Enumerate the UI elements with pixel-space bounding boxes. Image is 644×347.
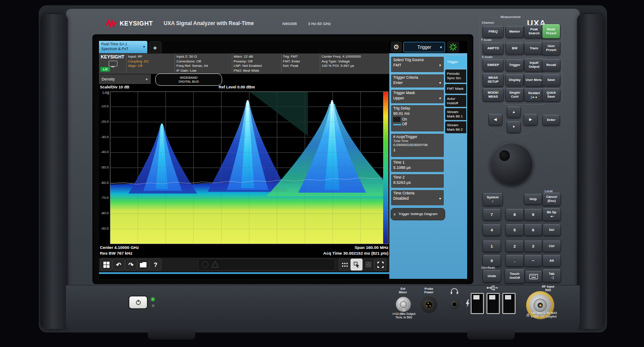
key-arrow-down[interactable]: ▼ [507,121,521,133]
key-trigger[interactable]: Trigger [505,59,524,71]
redo-icon[interactable]: ↷ [125,259,137,270]
key-sweep[interactable]: SWEEP [483,59,504,71]
trigger-criteria-control[interactable]: Trigger Criteria Enter ▼ [391,74,444,88]
key-help[interactable]: Help [524,194,542,205]
add-tab-button[interactable]: + [149,41,161,54]
key-system[interactable]: System ○ [483,193,503,206]
subtab-stream-mark-2[interactable]: Stream Mark Bit 2 [445,121,466,133]
key-input-output[interactable]: Input/ Output [524,58,544,72]
power-button[interactable] [128,296,148,309]
key-save[interactable]: Save [542,74,560,86]
toggle-off-row[interactable]: Off [393,122,442,127]
usb-port-1[interactable] [471,293,484,314]
key-arrow-up[interactable]: ▲ [507,106,521,118]
subtab-trigger[interactable]: Trigger [445,56,466,68]
key-2[interactable]: 2 [505,241,524,252]
key-5[interactable]: 5 [505,224,524,236]
usb-port-2[interactable] [487,293,500,314]
monitor-icon[interactable] [109,61,117,66]
key-tab[interactable]: Tab →| [542,269,561,282]
key-undo[interactable]: Undo [483,270,501,282]
key-1[interactable]: 1 [483,241,501,252]
key-display[interactable]: Display [505,74,524,86]
trig-delay-control[interactable]: Trig Delay 90.01 ms On Off [391,105,444,132]
tab-realtime-sa1[interactable]: Real-Time SA 1 Spectrum & PvT ▼ [99,41,147,53]
subtab-stream-mark-1[interactable]: Stream Mark Bit 1 [445,108,466,120]
key-3[interactable]: 3 [524,241,542,252]
key-onscreen-keyboard[interactable] [525,271,542,282]
settings-col-atten[interactable]: Atten: 12 dB Preamp: Off LNP: Not Enable… [234,55,280,73]
settings-col-freq[interactable]: Center Freq: 4.10000000 Avg Type: Voltag… [322,55,388,69]
settings-col-trig[interactable]: Trig: FMT FMT: Enter Det: Peak [283,55,319,69]
trig-source-control[interactable]: Select Trig Source FMT ▼ [391,56,444,73]
key-user-menu[interactable]: User Menu [524,73,544,87]
time-criteria-control[interactable]: Time Criteria Disabled ▼ [391,190,444,206]
key-cancel-esc[interactable]: Cancel (Esc) [542,193,561,206]
key-4[interactable]: 4 [483,224,501,236]
key-meas-setup[interactable]: MEAS SETUP [483,73,504,87]
key-0[interactable]: 0 [483,255,501,267]
usb-port-3[interactable] [502,293,516,314]
probe-power-connector[interactable] [421,296,437,313]
headphone-jack[interactable] [450,300,459,309]
key-alt[interactable]: Alt [542,255,561,267]
help-icon[interactable]: ? [150,259,161,270]
folder-icon[interactable] [137,259,149,270]
key-minus[interactable]: − [524,255,542,267]
activity-spinner-icon[interactable] [447,41,459,53]
key-bw[interactable]: BW [505,43,524,55]
key-marker[interactable]: Marker [505,26,524,38]
key-ctrl[interactable]: Ctrl [542,241,561,252]
key-backspace[interactable]: Bk Sp ◄▪ [542,208,561,221]
time2-control[interactable]: Time 2 8.5263 µs [391,174,444,188]
touch-pointer-icon[interactable] [351,259,362,270]
subtab-fmt-mask[interactable]: FMT Mask [445,84,466,94]
circle-tool-icon[interactable] [202,261,209,268]
key-recall[interactable]: Recall [542,59,560,71]
menu-title-dropdown[interactable]: Trigger ▼ [403,42,445,52]
annotation-toolbar[interactable] [198,259,335,270]
apps-grid-icon[interactable] [339,259,351,270]
key-touch-on-off[interactable]: Touch On/Off [505,269,525,283]
tab-label: Tab [549,272,555,276]
triangle-tool-icon[interactable] [212,261,219,268]
window-grid-icon[interactable] [362,259,374,270]
key-del[interactable]: Del [542,224,561,236]
acqs-per-trigger-control[interactable]: # Acqs/Trigger Total Time 0.030002152302… [391,133,444,157]
key-single-cont[interactable]: Single/ Cont [505,88,524,102]
key-9[interactable]: 9 [524,209,542,220]
settings-col-z[interactable]: Input Z: 50 Ω Corrections: Off Freq Ref:… [176,55,231,73]
fullscreen-icon[interactable] [374,259,386,270]
key-enter[interactable]: Enter [542,115,560,125]
subtab-periodic-sync[interactable]: Periodic Sync Src [445,69,466,83]
key-mode-meas[interactable]: MODE/ MEAS [483,88,504,102]
settings-col-input[interactable]: Input: RF Coupling: DC Align: Off [128,55,174,69]
key-mode-preset[interactable]: Mode Preset [542,24,560,39]
windows-start-icon[interactable] [100,259,112,270]
trigger-mask-control[interactable]: Trigger Mask Upper ▼ [391,89,444,104]
key-8[interactable]: 8 [505,209,524,220]
toggle-track[interactable] [393,124,401,125]
gear-icon[interactable]: ⚙ [391,41,402,53]
rotary-knob[interactable] [490,142,533,185]
time1-control[interactable]: Time 1 5.1088 µs [391,159,444,172]
key-peak-search[interactable]: Peak Search [524,25,544,38]
key-arrow-left[interactable]: ◀ [488,114,502,125]
key-decimal[interactable]: . [505,255,524,267]
key-7[interactable]: 7 [483,209,501,220]
toggle-on-row[interactable]: On [393,117,442,122]
wideband-digital-bus-button[interactable]: WIDEBAND DIGITAL BUS [155,73,222,86]
subtab-auto-holdoff[interactable]: Auto/ Holdoff [445,95,466,107]
key-quick-save[interactable]: Quick Save [542,88,560,102]
trigger-settings-diagram-button[interactable]: ‹ Trigger Settings Diagram [391,208,445,220]
key-freq[interactable]: FREQ [483,26,504,38]
trace-mode-dropdown[interactable]: Density ▼ [99,74,151,84]
key-user-preset[interactable]: User Preset [542,41,560,55]
key-trace[interactable]: Trace [524,43,544,55]
key-restart[interactable]: Restart |◄◄ [524,88,544,102]
toggle-knob[interactable] [393,117,400,122]
key-arrow-right[interactable]: ▶ [523,114,538,125]
key-6[interactable]: 6 [524,224,542,236]
key-amptd[interactable]: AMPTD [483,43,504,55]
undo-icon[interactable]: ↶ [113,259,124,270]
